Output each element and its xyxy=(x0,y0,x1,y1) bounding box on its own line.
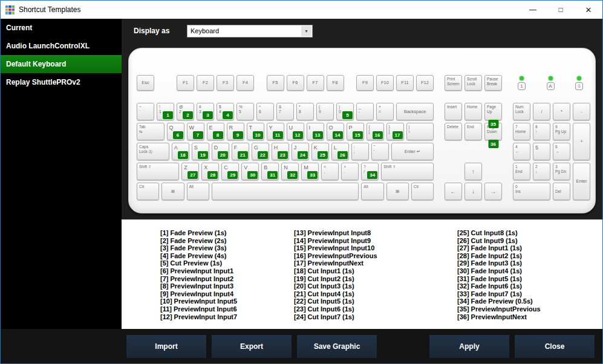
key-label: S xyxy=(194,145,209,151)
shortcut-badge: 25 xyxy=(318,151,328,159)
system-key-row: PrintScreenScrollLockPauseBreak xyxy=(445,75,504,93)
shortcut-badge: 10 xyxy=(253,131,263,139)
export-button[interactable]: Export xyxy=(211,334,292,359)
key-label: F4 xyxy=(243,80,248,85)
key-label: N xyxy=(284,164,298,171)
key-label: ← xyxy=(451,189,457,194)
close-icon[interactable]: ✕ xyxy=(575,1,602,19)
key-label: <, xyxy=(324,164,338,174)
keyboard-key: 2↓ xyxy=(533,163,550,180)
keyboard-key: U12 xyxy=(287,123,304,140)
maximize-button[interactable]: □ xyxy=(547,1,575,19)
shortcut-entry: [16] PreviewInputPrevious xyxy=(294,252,457,260)
key-label: O xyxy=(329,125,344,131)
shortcut-badge: 11 xyxy=(273,131,283,139)
key-label: F1 xyxy=(183,80,188,85)
shortcut-entry: [32] Fade Input6 (1s) xyxy=(457,282,602,290)
key-label: F7 xyxy=(313,80,318,85)
sidebar-item-current[interactable]: Current xyxy=(1,19,122,37)
keyboard-key: I13 xyxy=(307,123,324,140)
titlebar: Shortcut Templates — □ ✕ xyxy=(1,1,602,19)
keyboard-key: D20 xyxy=(212,143,229,160)
key-label: - xyxy=(581,109,582,114)
keyboard-key: Esc xyxy=(137,75,154,91)
keyboard-key: &7 xyxy=(276,103,294,120)
import-button[interactable]: Import xyxy=(126,334,207,359)
shortcut-templates-window: Shortcut Templates — □ ✕ CurrentAudio La… xyxy=(0,0,603,364)
key-label: ⊞ xyxy=(396,189,399,194)
apply-button[interactable]: Apply xyxy=(429,334,510,359)
key-label: M xyxy=(304,164,318,171)
key-label: F11 xyxy=(401,80,408,85)
shortcut-column: [25] Cut Input8 (1s)[26] Cut Input9 (1s)… xyxy=(457,229,602,329)
sidebar-item-default-keyboard[interactable]: Default Keyboard xyxy=(1,55,122,73)
shortcut-entry: [21] Cut Input4 (1s) xyxy=(294,290,457,298)
shortcut-badge: 22 xyxy=(258,151,268,159)
key-label: J xyxy=(294,145,308,151)
toolbar: Display as Keyboard ▾ xyxy=(122,19,602,43)
key-label: Alt xyxy=(363,184,383,189)
keyboard-key: !11 xyxy=(157,103,174,120)
key-label: PauseBreak xyxy=(487,77,501,86)
sidebar-item-replay-shuttleprov2[interactable]: Replay ShuttlePROv2 xyxy=(1,73,122,91)
keyboard-key: G22 xyxy=(252,143,269,160)
minimize-button[interactable]: — xyxy=(519,1,547,19)
led-dot xyxy=(549,76,553,80)
key-label: "' xyxy=(374,145,388,154)
key-label: Enter xyxy=(576,179,587,184)
keyboard-key: Enter ↵ xyxy=(391,143,434,160)
keyboard-key: <, xyxy=(321,163,339,180)
key-label: C xyxy=(224,164,238,171)
keyboard-key: .Del xyxy=(553,183,570,200)
shortcut-entry: [9] PreviewInput Input4 xyxy=(160,290,294,298)
keyboard-gap xyxy=(347,75,354,76)
key-label: / xyxy=(541,109,542,114)
shortcut-badge: 5 xyxy=(342,111,353,119)
keyboard-key: F8 xyxy=(327,75,344,91)
key-label: F xyxy=(234,145,249,151)
key-label: I xyxy=(309,125,324,131)
window-controls: — □ ✕ xyxy=(519,1,602,19)
keyboard-key: Ctr xyxy=(137,183,159,200)
shortcut-badge: 24 xyxy=(298,151,308,159)
key-label: T xyxy=(249,125,264,131)
shortcut-entry: [8] PreviewInput Input3 xyxy=(160,282,294,290)
sidebar-item-audio-launchcontrolxl[interactable]: Audio LaunchControlXL xyxy=(1,37,122,55)
key-label: L xyxy=(334,145,348,151)
shortcut-entry: [2] Fade Preview (2s) xyxy=(160,237,294,245)
main-key-block: ~`!11@22#33$44%5^6&7*8(9)05_-+=Backspace… xyxy=(137,103,436,203)
keyboard-key: F9 xyxy=(356,75,374,91)
shortcut-badge: 28 xyxy=(207,171,218,179)
shortcut-entry: [6] PreviewInput Input1 xyxy=(160,267,294,275)
display-as-select[interactable]: Keyboard ▾ xyxy=(187,25,313,37)
keyboard-key: ⊞ xyxy=(386,183,409,200)
keyboard-key: (9 xyxy=(316,103,334,120)
key-label: Q xyxy=(169,125,184,131)
shortcut-entry: [30] Fade Input4 (1s) xyxy=(457,267,602,275)
shortcut-entry: [29] Fade Input3 (1s) xyxy=(457,259,602,267)
shortcut-badge: 6 xyxy=(173,131,183,139)
keyboard-key: ^6 xyxy=(256,103,274,120)
shortcut-column: [1] Fade Preview (1s)[2] Fade Preview (2… xyxy=(160,229,294,329)
key-label: Enter ↵ xyxy=(405,149,420,154)
keyboard-key: Enter xyxy=(573,163,590,200)
keyboard-key: P15 xyxy=(347,123,364,140)
keyboard-key: V30 xyxy=(241,163,259,180)
key-label: P xyxy=(349,125,363,131)
sidebar: CurrentAudio LaunchControlXLDefault Keyb… xyxy=(1,19,122,329)
led-indicator: ⇩ xyxy=(575,76,583,90)
keyboard-key: }]17 xyxy=(386,123,404,140)
keyboard-key: W7 xyxy=(187,123,204,140)
keyboard-key: Y11 xyxy=(267,123,284,140)
shortcut-entry: [34] Fade Preview (0.5s) xyxy=(457,297,602,305)
keyboard-key: 5 xyxy=(533,143,550,160)
key-label: H xyxy=(274,145,288,151)
save-graphic-button[interactable]: Save Graphic xyxy=(296,334,377,359)
keyboard-gap xyxy=(157,75,174,76)
function-key-row: EscF1F2F3F4F5F6F7F8F9F10F11F12 xyxy=(137,75,436,93)
keyboard-key: Tab⇆ xyxy=(137,123,165,140)
shortcut-entry: [25] Cut Input8 (1s) xyxy=(457,229,602,237)
close-button[interactable]: Close xyxy=(514,334,595,359)
keyboard-key: Backspace xyxy=(396,103,434,120)
shortcut-badge: 8 xyxy=(213,131,223,139)
